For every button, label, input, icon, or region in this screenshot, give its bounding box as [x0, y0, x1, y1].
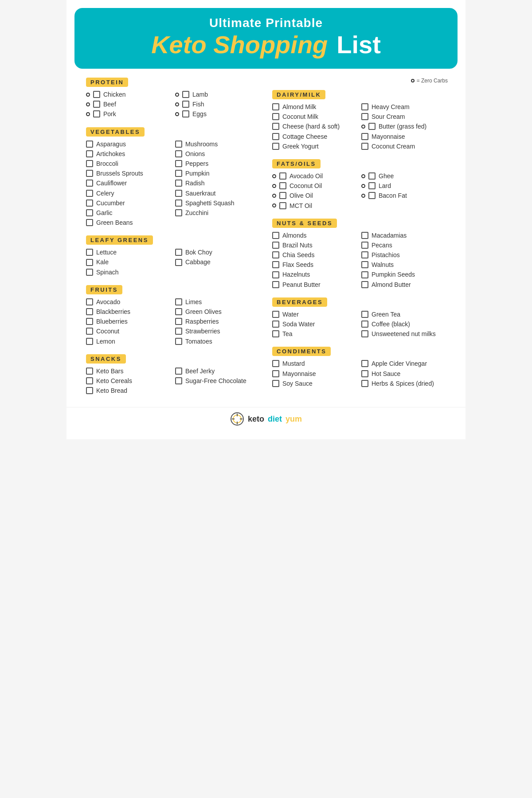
checkbox[interactable]	[368, 123, 376, 130]
checkbox[interactable]	[272, 143, 279, 150]
checkbox[interactable]	[175, 259, 182, 266]
checkbox[interactable]	[272, 261, 279, 268]
list-item: Coconut	[86, 327, 171, 335]
checkbox[interactable]	[272, 370, 279, 377]
checkbox[interactable]	[86, 377, 93, 384]
list-item: Cheese (hard & soft)	[272, 122, 357, 130]
checkbox[interactable]	[175, 249, 182, 256]
checkbox[interactable]	[86, 200, 93, 207]
list-item: Avocado Oil	[272, 172, 357, 180]
checkbox[interactable]	[175, 308, 182, 315]
checkbox[interactable]	[272, 321, 279, 328]
checkbox[interactable]	[272, 251, 279, 258]
checkbox[interactable]	[86, 219, 93, 226]
checkbox[interactable]	[361, 113, 368, 120]
checkbox[interactable]	[361, 271, 368, 278]
checkbox[interactable]	[361, 251, 368, 258]
checkbox[interactable]	[175, 338, 182, 345]
footer-logo: keto diet yum	[66, 412, 466, 426]
checkbox[interactable]	[279, 182, 286, 189]
checkbox[interactable]	[279, 192, 286, 199]
checkbox[interactable]	[175, 368, 182, 375]
vegetables-list: Asparagus Mushrooms Artichokes Onions Br…	[86, 140, 260, 229]
checkbox[interactable]	[272, 311, 279, 318]
checkbox[interactable]	[361, 103, 368, 110]
checkbox[interactable]	[86, 298, 93, 305]
list-item: Fish	[175, 100, 260, 108]
checkbox[interactable]	[86, 141, 93, 148]
checkbox[interactable]	[175, 328, 182, 335]
checkbox[interactable]	[272, 103, 279, 110]
footer-brand2: diet	[268, 415, 282, 424]
checkbox[interactable]	[361, 370, 368, 377]
checkbox[interactable]	[361, 261, 368, 268]
checkbox[interactable]	[93, 91, 100, 98]
checkbox[interactable]	[175, 160, 182, 167]
checkbox[interactable]	[361, 133, 368, 140]
checkbox[interactable]	[175, 170, 182, 177]
checkbox[interactable]	[361, 281, 368, 288]
checkbox[interactable]	[86, 160, 93, 167]
checkbox[interactable]	[93, 101, 100, 108]
zero-carb-dot	[175, 93, 179, 97]
checkbox[interactable]	[361, 232, 368, 239]
checkbox[interactable]	[175, 150, 182, 157]
zero-carbs-note: = Zero Carbs	[266, 78, 452, 84]
checkbox[interactable]	[175, 200, 182, 207]
checkbox[interactable]	[279, 172, 286, 180]
checkbox[interactable]	[175, 298, 182, 305]
checkbox[interactable]	[86, 387, 93, 394]
checkbox[interactable]	[86, 308, 93, 315]
list-item: Almond Butter	[361, 281, 446, 289]
checkbox[interactable]	[86, 259, 93, 266]
checkbox[interactable]	[272, 242, 279, 249]
checkbox[interactable]	[93, 110, 100, 117]
checkbox[interactable]	[361, 321, 368, 328]
checkbox[interactable]	[86, 190, 93, 197]
checkbox[interactable]	[175, 141, 182, 148]
checkbox[interactable]	[272, 281, 279, 288]
checkbox[interactable]	[175, 190, 182, 197]
checkbox[interactable]	[361, 242, 368, 249]
checkbox[interactable]	[361, 330, 368, 337]
checkbox[interactable]	[86, 249, 93, 256]
list-item: Spinach	[86, 268, 171, 276]
zero-carb-dot	[361, 184, 365, 188]
checkbox[interactable]	[175, 180, 182, 187]
checkbox[interactable]	[368, 182, 376, 189]
checkbox[interactable]	[86, 368, 93, 375]
checkbox[interactable]	[368, 192, 376, 199]
list-item: Apple Cider Vinegar	[361, 360, 446, 368]
checkbox[interactable]	[175, 318, 182, 325]
checkbox[interactable]	[182, 110, 189, 117]
checkbox[interactable]	[361, 311, 368, 318]
checkbox[interactable]	[272, 330, 279, 337]
checkbox[interactable]	[175, 377, 182, 384]
checkbox[interactable]	[361, 360, 368, 367]
checkbox[interactable]	[272, 123, 279, 130]
checkbox[interactable]	[272, 380, 279, 387]
checkbox[interactable]	[86, 269, 93, 276]
checkbox[interactable]	[86, 338, 93, 345]
checkbox[interactable]	[86, 318, 93, 325]
checkbox[interactable]	[272, 133, 279, 140]
checkbox[interactable]	[368, 172, 376, 180]
zero-carb-dot	[175, 112, 179, 116]
list-item: Lamb	[175, 90, 260, 98]
checkbox[interactable]	[86, 170, 93, 177]
checkbox[interactable]	[272, 271, 279, 278]
checkbox[interactable]	[272, 232, 279, 239]
checkbox[interactable]	[182, 91, 189, 98]
list-item: Strawberries	[175, 327, 260, 335]
checkbox[interactable]	[279, 202, 286, 209]
checkbox[interactable]	[86, 150, 93, 157]
checkbox[interactable]	[86, 209, 93, 216]
checkbox[interactable]	[175, 209, 182, 216]
checkbox[interactable]	[361, 143, 368, 150]
checkbox[interactable]	[272, 113, 279, 120]
checkbox[interactable]	[182, 101, 189, 108]
checkbox[interactable]	[272, 360, 279, 367]
checkbox[interactable]	[86, 180, 93, 187]
checkbox[interactable]	[361, 380, 368, 387]
checkbox[interactable]	[86, 328, 93, 335]
